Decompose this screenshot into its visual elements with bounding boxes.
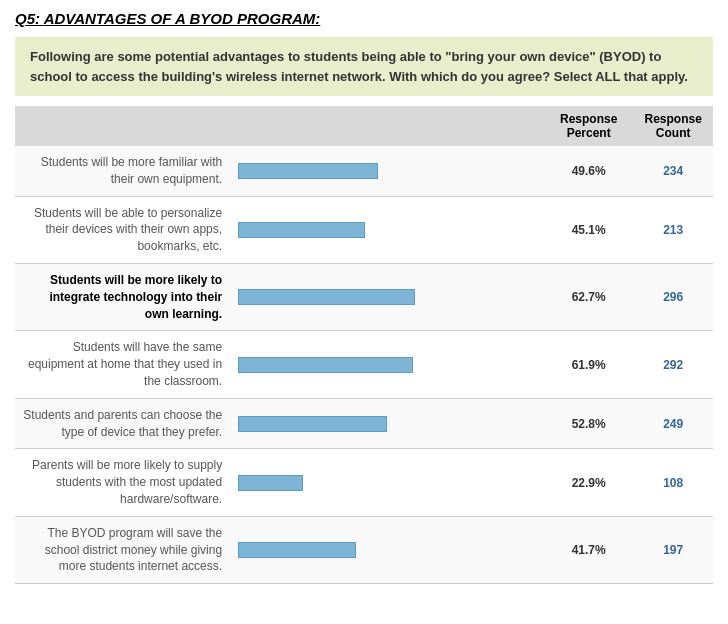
row-percent: 52.8% — [544, 398, 633, 449]
table-row: Students and parents can choose the type… — [15, 398, 713, 449]
header-label — [15, 106, 230, 146]
row-label: Students will be more likely to integrat… — [15, 263, 230, 330]
response-bar — [238, 222, 365, 238]
response-bar — [238, 163, 378, 179]
row-count: 249 — [633, 398, 713, 449]
table-row: Students will be more familiar with thei… — [15, 146, 713, 196]
row-percent: 61.9% — [544, 331, 633, 398]
response-bar — [238, 542, 356, 558]
row-count: 213 — [633, 196, 713, 263]
header-response-count: Response Count — [633, 106, 713, 146]
table-row: Students will be more likely to integrat… — [15, 263, 713, 330]
table-header-row: Response Percent Response Count — [15, 106, 713, 146]
response-bar — [238, 289, 415, 305]
row-label: Students will be able to personalize the… — [15, 196, 230, 263]
question-title: Q5: ADVANTAGES OF A BYOD PROGRAM: — [15, 10, 713, 27]
row-label: Students and parents can choose the type… — [15, 398, 230, 449]
row-count: 197 — [633, 516, 713, 583]
row-percent: 41.7% — [544, 516, 633, 583]
row-bar-cell — [230, 449, 544, 516]
row-label: Students will have the same equipment at… — [15, 331, 230, 398]
row-count: 296 — [633, 263, 713, 330]
row-percent: 49.6% — [544, 146, 633, 196]
row-label: Students will be more familiar with thei… — [15, 146, 230, 196]
response-bar — [238, 416, 387, 432]
row-bar-cell — [230, 516, 544, 583]
row-label: The BYOD program will save the school di… — [15, 516, 230, 583]
row-bar-cell — [230, 263, 544, 330]
page-container: Q5: ADVANTAGES OF A BYOD PROGRAM: Follow… — [0, 0, 728, 594]
question-title-prefix: Q5: — [15, 10, 44, 27]
table-row: Students will have the same equipment at… — [15, 331, 713, 398]
response-bar — [238, 357, 413, 373]
question-title-main: ADVANTAGES OF A BYOD PROGRAM: — [44, 10, 321, 27]
row-count: 292 — [633, 331, 713, 398]
row-percent: 45.1% — [544, 196, 633, 263]
table-body: Students will be more familiar with thei… — [15, 146, 713, 584]
row-count: 234 — [633, 146, 713, 196]
table-row: Students will be able to personalize the… — [15, 196, 713, 263]
row-percent: 62.7% — [544, 263, 633, 330]
row-bar-cell — [230, 398, 544, 449]
question-description: Following are some potential advantages … — [15, 37, 713, 96]
row-bar-cell — [230, 146, 544, 196]
row-percent: 22.9% — [544, 449, 633, 516]
survey-table: Response Percent Response Count Students… — [15, 106, 713, 584]
row-count: 108 — [633, 449, 713, 516]
header-response-percent: Response Percent — [544, 106, 633, 146]
row-label: Parents will be more likely to supply st… — [15, 449, 230, 516]
header-bar — [230, 106, 544, 146]
row-bar-cell — [230, 196, 544, 263]
row-bar-cell — [230, 331, 544, 398]
response-bar — [238, 475, 303, 491]
table-row: The BYOD program will save the school di… — [15, 516, 713, 583]
table-row: Parents will be more likely to supply st… — [15, 449, 713, 516]
